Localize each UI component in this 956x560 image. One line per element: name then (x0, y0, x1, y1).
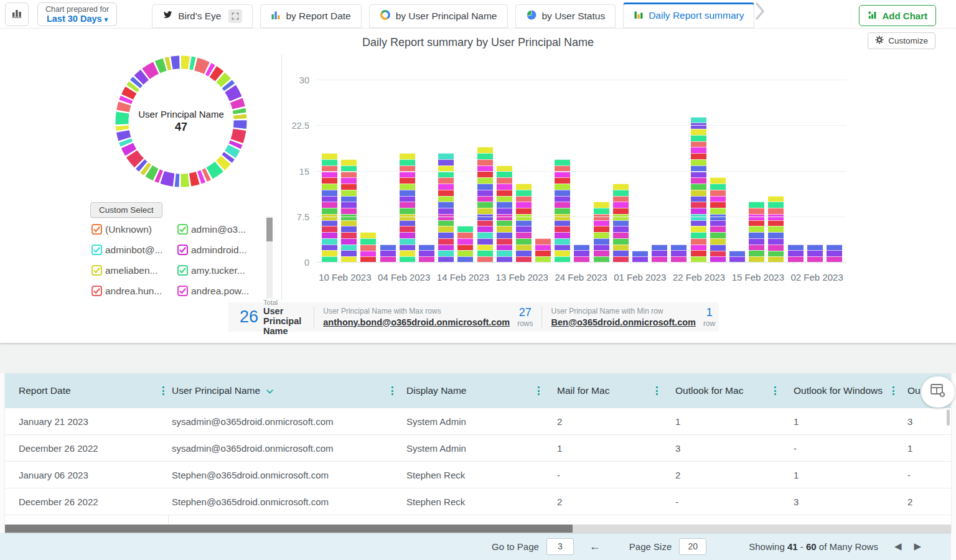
column-header-outlook-for-mac[interactable]: Outlook for Mac (662, 373, 780, 408)
tab-daily-report-summary[interactable]: Daily Report summary (623, 2, 754, 28)
stacked-bar (632, 251, 648, 263)
column-menu-icon[interactable] (652, 384, 662, 398)
bar-segment (613, 245, 629, 251)
tab-by-report-date[interactable]: by Report Date (260, 4, 361, 28)
legend-checkbox-ameliaben[interactable]: ameliaben... (91, 260, 177, 281)
stat-max-unit: rows (517, 319, 533, 328)
summary-stats: 26 Total User Principal Name User Princi… (228, 302, 719, 332)
bar-segment (691, 172, 706, 178)
sort-chevron-down-icon[interactable] (266, 385, 273, 396)
bar-segment (729, 251, 745, 257)
bar-segment (419, 250, 434, 256)
previous-page-button[interactable]: ◀ (894, 541, 902, 552)
bar-segment (400, 226, 415, 232)
column-menu-icon[interactable] (771, 384, 780, 398)
bar-segment (360, 238, 376, 245)
column-menu-icon[interactable] (534, 384, 543, 398)
stat-min-link[interactable]: Ben@o365droid.onmicrosoft.com (551, 317, 695, 327)
tab-bird-s-eye[interactable]: Bird's Eye (152, 4, 253, 28)
stacked-bar (691, 117, 706, 263)
checkbox-checked-icon[interactable] (91, 265, 102, 276)
checkbox-checked-icon[interactable] (177, 265, 188, 276)
bar-segment (652, 245, 667, 251)
bar-segment (555, 184, 570, 190)
bar-segment (438, 172, 454, 178)
more-tabs-button[interactable] (754, 2, 766, 23)
bar-segment (555, 177, 570, 184)
table-horizontal-scrollbar-thumb[interactable] (5, 525, 573, 533)
column-header-label: Display Name (406, 385, 466, 396)
column-chooser-button[interactable] (921, 376, 955, 408)
x-axis-tick: 10 Feb 2023 (316, 272, 375, 282)
legend-checkbox-andrea-hun[interactable]: andrea.hun... (91, 281, 177, 301)
table-horizontal-scrollbar[interactable] (5, 525, 951, 533)
bar-segment (497, 226, 512, 232)
bar-segment (322, 245, 337, 251)
bar-segment (535, 245, 551, 251)
checkbox-checked-icon[interactable] (91, 286, 102, 296)
bar-segment (400, 250, 415, 256)
column-menu-icon[interactable] (159, 384, 168, 398)
column-menu-icon[interactable] (889, 384, 898, 398)
tab-label: by User Principal Name (396, 11, 497, 22)
legend-item-label: andrea.pow... (191, 286, 249, 297)
bar-segment (516, 238, 532, 245)
bar-segment (749, 208, 764, 214)
checkbox-checked-icon[interactable] (91, 245, 102, 255)
bar-segment (477, 238, 493, 245)
date-range-dropdown[interactable]: Chart prepared for Last 30 Days ▾ (37, 2, 117, 26)
go-arrow-icon[interactable]: ← (589, 540, 601, 553)
bar-segment (788, 250, 804, 256)
checkbox-checked-icon[interactable] (177, 245, 188, 255)
add-chart-button[interactable]: Add Chart (859, 5, 937, 26)
page-size-label: Page Size (629, 541, 672, 552)
bar-segment (477, 153, 493, 159)
legend-scrollbar[interactable] (266, 217, 273, 299)
tab-by-user-status[interactable]: by User Status (515, 4, 616, 28)
table-cell: January 21 2023 (5, 408, 168, 434)
bar-segment (400, 190, 415, 196)
bar-segment (807, 250, 823, 256)
checkbox-checked-icon[interactable] (91, 224, 102, 235)
column-header-user-principal-name[interactable]: User Principal Name (168, 373, 397, 408)
page-number-input[interactable] (546, 538, 574, 555)
bar-segment (322, 177, 337, 184)
stat-max-link[interactable]: anthony.bond@o365droid.onmicrosoft.com (323, 317, 510, 327)
bar-segment (516, 184, 532, 190)
legend-checkbox-adminbot[interactable]: adminbot@... (91, 240, 177, 260)
legend-checkbox-amy-tucker[interactable]: amy.tucker... (177, 260, 263, 281)
table-vertical-scrollbar-thumb[interactable] (947, 409, 950, 426)
page-size-input[interactable] (679, 538, 706, 555)
bar-segment (341, 238, 357, 245)
y-axis-tick: 22.5 (279, 121, 309, 131)
bar-segment (457, 226, 473, 232)
next-page-button[interactable]: ▶ (914, 541, 921, 552)
checkbox-checked-icon[interactable] (177, 286, 188, 296)
column-menu-icon[interactable] (388, 384, 397, 398)
chart-panel-button[interactable] (5, 2, 29, 26)
bar-segment (457, 238, 473, 245)
column-header-label: Outlook for Mac (675, 385, 743, 396)
bar-segment (341, 196, 357, 202)
legend-checkbox-admin-o3[interactable]: admin@o3... (177, 219, 263, 240)
legend-checkbox-admindroid[interactable]: admindroid... (177, 240, 263, 260)
table-cell: - (900, 462, 951, 488)
expand-icon[interactable] (228, 9, 242, 23)
custom-select-button[interactable]: Custom Select (90, 202, 162, 218)
x-axis-tick: 14 Feb 2023 (434, 272, 493, 282)
pie-icon (526, 9, 537, 23)
legend-checkbox-unknown[interactable]: (Unknown) (91, 219, 177, 240)
checkbox-checked-icon[interactable] (177, 224, 188, 235)
column-header-display-name[interactable]: Display Name (397, 373, 543, 408)
bar-segment (535, 250, 551, 256)
tab-by-user-principal-name[interactable]: by User Principal Name (369, 4, 508, 28)
legend-scrollbar-thumb[interactable] (266, 218, 273, 241)
column-header-outlook-for-windows[interactable]: Outlook for Windows (780, 373, 900, 408)
column-header-mail-for-mac[interactable]: Mail for Mac (543, 373, 662, 408)
table-settings-icon (930, 383, 946, 401)
stacked-bar (613, 184, 629, 263)
column-header-report-date[interactable]: Report Date (5, 373, 168, 408)
bar-segment (516, 250, 532, 256)
bar-segment (497, 238, 512, 245)
stacked-bar (749, 202, 764, 263)
